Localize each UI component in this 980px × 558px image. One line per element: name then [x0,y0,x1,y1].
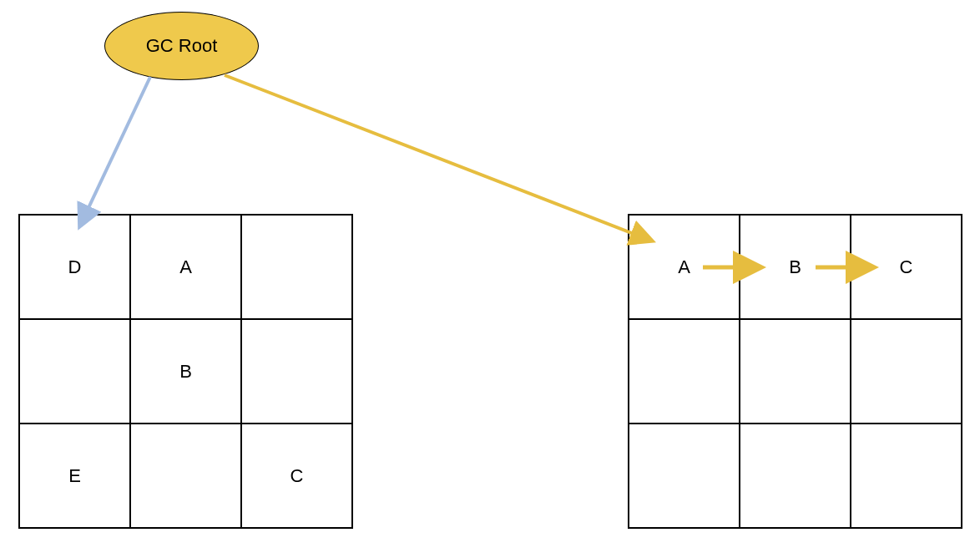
grid-cell: B [130,319,241,424]
gc-root-node: GC Root [104,12,259,80]
grid-cell: A [130,215,241,319]
grid-cell: B [740,215,851,319]
grid-cell [740,424,851,528]
grid-cell [851,319,962,424]
grid-cell [629,424,740,528]
grid-cell: E [19,424,130,528]
right-memory-grid: ABC [628,214,962,529]
grid-cell: D [19,215,130,319]
grid-cell [629,319,740,424]
grid-cell [241,319,352,424]
grid-cell [130,424,241,528]
gc-root-label: GC Root [146,35,218,57]
grid-cell [241,215,352,319]
grid-cell: C [241,424,352,528]
grid-cell [740,319,851,424]
left-memory-grid: DABEC [18,214,353,529]
grid-cell: C [851,215,962,319]
arrow-root-to-left [80,77,150,226]
grid-cell: A [629,215,740,319]
grid-cell [19,319,130,424]
grid-cell [851,424,962,528]
